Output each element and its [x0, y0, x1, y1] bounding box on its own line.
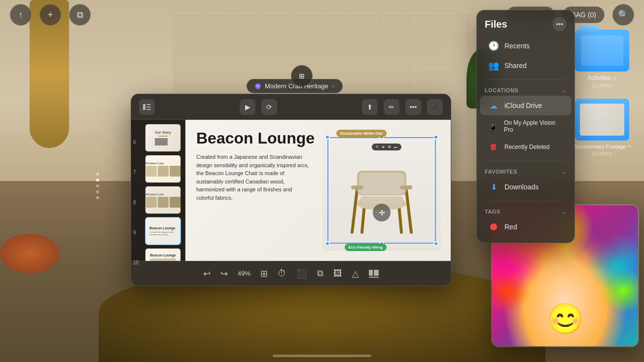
red-tag-icon — [488, 221, 500, 233]
slide-num-7: 7 — [133, 157, 139, 187]
bag-text: BAG (0) — [571, 11, 596, 19]
sidebar-dot-1 — [96, 173, 99, 176]
bowl — [0, 234, 59, 273]
left-sidebar — [96, 173, 99, 199]
divider-3 — [485, 201, 567, 201]
slide-item-9[interactable]: Beacon Lounge Created from Japanese and … — [145, 217, 181, 245]
slide-content: Beacon Lounge Created from a Japanese an… — [185, 120, 451, 261]
slide-num-8: 8 — [133, 187, 139, 217]
keynote-add-button[interactable]: ⊞ — [291, 65, 313, 87]
ellipsis-icon: ••• — [410, 103, 417, 111]
slide-item-7[interactable]: Product Line — [145, 155, 181, 183]
downloads-icon: ⬇ — [488, 181, 500, 193]
tags-section-title: Tags — [485, 209, 501, 215]
divider-1 — [485, 79, 567, 80]
share-button[interactable]: ↑ — [10, 4, 32, 26]
files-more-button[interactable]: ••• — [553, 17, 567, 31]
move-handle[interactable]: ✛ — [373, 204, 391, 221]
slide-thumb-6: Our Story — [145, 124, 180, 151]
folder-documentary[interactable]: Documentary Footage ⟳ 10 items — [570, 99, 634, 156]
label-sustainable: Sustainable White Oak — [336, 130, 387, 137]
sidebar-dot-3 — [96, 184, 99, 187]
shared-icon: 👥 — [488, 60, 500, 72]
red-label: Red — [504, 223, 517, 231]
favorites-chevron-icon[interactable]: ⌄ — [562, 168, 567, 175]
handle-tr[interactable] — [433, 135, 438, 140]
share-keynote-button[interactable]: ⬆ — [362, 99, 378, 115]
files-item-icloud[interactable]: ☁ iCloud Drive — [480, 96, 572, 115]
svg-rect-13 — [400, 185, 412, 189]
tags-chevron-icon[interactable]: ⌄ — [562, 208, 567, 215]
files-item-deleted[interactable]: 🗑 Recently Deleted — [480, 137, 572, 157]
markup-button[interactable]: ✏ — [384, 99, 399, 115]
slide-more-button[interactable] — [369, 270, 379, 278]
files-item-shared[interactable]: 👥 Shared — [480, 56, 572, 75]
inspector-button[interactable]: ⬛ — [427, 99, 443, 115]
files-header: Files ••• — [477, 10, 574, 36]
locations-chevron-icon[interactable]: ⌄ — [562, 87, 567, 94]
copy-button[interactable]: ⧉ — [317, 268, 323, 279]
redo-button[interactable]: ↪ — [220, 268, 228, 279]
folder-activities[interactable]: Activities ⟳ 21 items — [570, 30, 634, 88]
downloads-label: Downloads — [504, 183, 538, 191]
photo-smile: 😊 — [547, 301, 584, 336]
svg-rect-0 — [143, 104, 145, 110]
slide-num-9: 9 — [133, 217, 139, 248]
timer-button[interactable]: ⏱ — [278, 268, 286, 279]
slide-numbers: 6 7 8 9 10 — [133, 127, 139, 278]
activities-count: 21 items — [570, 82, 634, 88]
slide-item-6[interactable]: Our Story — [145, 124, 181, 152]
keynote-bottom-toolbar: ↩ ↪ 49% ⊞ ⏱ ⬛ ⧉ 🖼 △ — [131, 261, 451, 286]
svg-rect-15 — [369, 270, 373, 276]
slide-thumb-7: Product Line — [145, 155, 180, 182]
image-toolbar[interactable]: ↻ 👁 ⊞ ••• — [372, 144, 401, 150]
search-button[interactable]: 🔍 — [612, 4, 634, 26]
upload-icon: ⬆ — [367, 103, 373, 111]
slide-item-10[interactable]: Beacon Lounge — [145, 248, 181, 261]
eye-icon: 👁 — [382, 145, 385, 149]
screen-button[interactable]: ⬛ — [296, 268, 307, 279]
zoom-level: 49% — [238, 270, 250, 277]
chair-image — [337, 141, 426, 240]
svg-rect-11 — [359, 173, 404, 194]
slide-item-8[interactable]: Product Line — [145, 186, 181, 214]
slide-num-6: 6 — [133, 127, 139, 157]
refresh-icon: ↻ — [376, 145, 379, 149]
keynote-body: Our Story Product Line — [131, 120, 451, 261]
present-button[interactable]: ▶ — [240, 99, 255, 115]
shape-button[interactable]: △ — [352, 268, 359, 279]
applevision-icon: 📱 — [488, 120, 499, 132]
keynote-window: ▶ ⟳ ⬆ ✏ ••• ⬛ Our Story — [131, 94, 451, 286]
handle-bl[interactable] — [325, 241, 330, 246]
window-button[interactable]: ⧉ — [69, 4, 91, 26]
pen-icon: ✏ — [389, 103, 394, 111]
svg-rect-12 — [351, 185, 363, 189]
sync-icon: ⟳ — [613, 75, 617, 81]
table-button[interactable]: ⊞ — [260, 268, 268, 279]
locations-section-header: Locations ⌄ — [477, 84, 574, 96]
svg-line-4 — [352, 190, 357, 232]
keynote-main-area[interactable]: Beacon Lounge Created from a Japanese an… — [185, 120, 451, 261]
undo-button[interactable]: ↩ — [203, 268, 211, 279]
sidebar-toggle-button[interactable] — [139, 99, 155, 115]
slide-thumb-10: Beacon Lounge — [145, 249, 180, 261]
files-item-downloads[interactable]: ⬇ Downloads — [480, 177, 572, 197]
photo-button[interactable]: 🖼 — [333, 268, 342, 279]
activities-folder-icon — [575, 30, 629, 72]
handle-br[interactable] — [433, 241, 438, 246]
add-button[interactable]: + — [39, 4, 61, 26]
documentary-count: 10 items — [570, 150, 634, 156]
more-keynote-button[interactable]: ••• — [405, 99, 421, 115]
divider-2 — [485, 161, 567, 161]
files-item-recents[interactable]: 🕐 Recents — [480, 36, 572, 56]
recents-label: Recents — [504, 42, 530, 50]
slide-title: Beacon Lounge — [196, 130, 315, 147]
icloud-label: iCloud Drive — [504, 102, 542, 109]
svg-rect-16 — [374, 270, 379, 276]
files-item-red-tag[interactable]: Red — [480, 217, 572, 237]
handle-tl[interactable] — [325, 135, 330, 140]
loop-button[interactable]: ⟳ — [261, 99, 277, 115]
label-eco: Eco friendly filling — [345, 244, 387, 251]
documentary-folder-name: Documentary Footage ⟳ — [570, 144, 634, 149]
files-item-applevision[interactable]: 📱 On My Apple Vision Pro — [480, 115, 572, 137]
